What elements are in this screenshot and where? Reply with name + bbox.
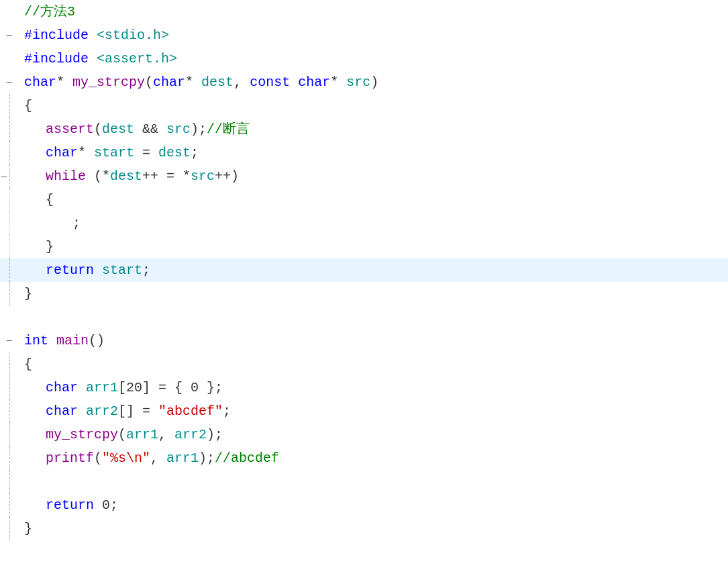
comma: , xyxy=(233,75,250,90)
return-val: 0; xyxy=(94,497,118,513)
gutter-2: — xyxy=(0,23,19,47)
paren2: ) xyxy=(370,75,378,90)
line-content-23: } xyxy=(19,517,728,540)
gutter-20 xyxy=(0,446,19,470)
gutter-6 xyxy=(0,117,19,141)
src-param: src xyxy=(166,122,191,137)
dashed-line-5 xyxy=(9,94,10,117)
line-content-1: //方法3 xyxy=(19,0,728,23)
dest-param: dest xyxy=(102,122,134,137)
code-line-22: return 0; xyxy=(0,493,728,517)
line-content-22: return 0; xyxy=(19,493,728,517)
code-line-17: char arr1[20] = { 0 }; xyxy=(0,376,728,399)
char-keyword2: char xyxy=(153,75,185,90)
dashed-line-11a xyxy=(9,235,10,258)
open-brace3: { xyxy=(24,356,32,372)
line-content-18: char arr2[] = "abcdef"; xyxy=(19,399,728,423)
return-keyword: return xyxy=(46,262,94,278)
line-content-5: { xyxy=(19,94,728,117)
include-keyword2: #include xyxy=(24,51,89,66)
code-line-13: } xyxy=(0,282,728,305)
dashed-line-6 xyxy=(9,117,10,141)
dashed-line-12 xyxy=(9,258,10,282)
code-line-4: — char* my_strcpy(char* dest, const char… xyxy=(0,70,728,94)
gutter-14 xyxy=(0,305,19,329)
arr2-semi: ; xyxy=(223,403,231,419)
gutter-18 xyxy=(0,399,19,423)
asterisk: * xyxy=(56,75,72,90)
semicolon3: ; xyxy=(142,262,150,278)
arr1-var: arr1 xyxy=(86,380,118,395)
printf-arr1: arr1 xyxy=(166,450,199,466)
arr2-str: "abcdef" xyxy=(158,403,223,419)
char-kw3: char xyxy=(46,403,78,419)
param-src: src xyxy=(346,75,370,90)
space3 xyxy=(290,75,298,90)
asterisk3: * xyxy=(330,75,346,90)
collapse-icon-2[interactable]: — xyxy=(7,28,12,42)
include-keyword: #include xyxy=(24,28,89,43)
plusplus: ++ xyxy=(142,168,158,184)
code-line-19: my_strcpy(arr1, arr2); xyxy=(0,423,728,446)
gutter-11 xyxy=(0,235,19,258)
line-content-12: return start; xyxy=(19,258,728,282)
gutter-17 xyxy=(0,376,19,399)
gutter-7 xyxy=(0,141,19,164)
collapse-icon-8[interactable]: — xyxy=(1,168,7,183)
gutter-10 xyxy=(0,211,19,235)
dashed-line-13 xyxy=(9,282,10,305)
close-brace3: } xyxy=(24,521,32,536)
line-content-14 xyxy=(19,305,728,329)
dashed-line-21 xyxy=(9,470,10,493)
collapse-icon-4[interactable]: — xyxy=(7,75,12,89)
code-line-6: assert(dest && src);//断言 xyxy=(0,117,728,141)
line-content-2: #include <stdio.h> xyxy=(19,23,728,47)
dashed-line-23 xyxy=(9,517,10,540)
char-kw: char xyxy=(46,145,78,160)
dest-pp: dest xyxy=(110,168,142,184)
code-line-16: { xyxy=(0,352,728,376)
printf-fmt: "%s\n" xyxy=(102,450,150,466)
dashed-line-17 xyxy=(9,376,10,399)
src-pp: src xyxy=(191,168,215,184)
code-editor: //方法3 — #include <stdio.h> #include <ass… xyxy=(0,0,728,582)
line-content-16: { xyxy=(19,352,728,376)
and-op: && xyxy=(134,122,166,137)
int-keyword: int xyxy=(24,333,48,348)
code-line-23: } xyxy=(0,517,728,540)
dashed-line-7 xyxy=(9,141,10,164)
comment-abcdef: //abcdef xyxy=(215,450,279,466)
collapse-icon-15[interactable]: — xyxy=(7,333,12,348)
code-line-8: — while (*dest++ = *src++) xyxy=(0,164,728,188)
space xyxy=(89,28,97,43)
gutter-1 xyxy=(0,0,19,23)
gutter-9 xyxy=(0,188,19,211)
param-dest: dest xyxy=(201,75,233,90)
start-var: start xyxy=(94,145,134,160)
paren: ( xyxy=(145,75,153,90)
arr2-bracket: [] = xyxy=(118,403,158,419)
gutter-22 xyxy=(0,493,19,517)
code-line-9: { xyxy=(0,188,728,211)
line-content-17: char arr1[20] = { 0 }; xyxy=(19,376,728,399)
space2 xyxy=(89,51,97,66)
comment-text: //方法3 xyxy=(24,4,75,19)
code-line-21 xyxy=(0,470,728,493)
dashed-line-22 xyxy=(9,493,10,517)
semicolon2: ; xyxy=(72,215,81,231)
gutter-4: — xyxy=(0,70,19,94)
gutter-3 xyxy=(0,47,19,70)
const-keyword: const xyxy=(250,75,290,90)
dashed-line-9a xyxy=(9,188,10,211)
space-while: ( xyxy=(86,168,102,184)
line-content-15: int main() xyxy=(19,329,728,352)
line-content-10: ; xyxy=(19,211,728,235)
close-brace: } xyxy=(46,239,54,254)
dashed-line-8 xyxy=(9,164,10,188)
code-line-12: return start; xyxy=(0,258,728,282)
code-line-3: #include <assert.h> xyxy=(0,47,728,70)
arr2-decl xyxy=(78,403,86,419)
line-content-21 xyxy=(19,470,728,493)
line-content-8: while (*dest++ = *src++) xyxy=(19,164,728,188)
dashed-line-10a xyxy=(9,211,10,235)
